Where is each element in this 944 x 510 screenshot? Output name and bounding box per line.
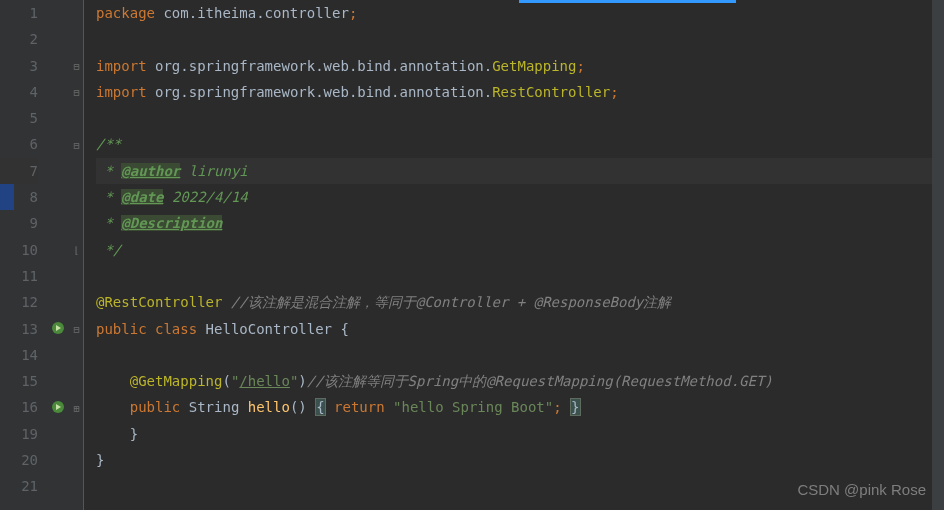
code-line: [96, 342, 932, 368]
code-line: }: [96, 447, 932, 473]
code-line: * @Description: [96, 210, 932, 236]
fold-end-icon[interactable]: ⌊: [71, 245, 82, 256]
watermark-text: CSDN @pink Rose: [797, 481, 926, 498]
line-number[interactable]: 7: [0, 158, 38, 184]
fold-end-icon[interactable]: ⊟: [71, 87, 82, 98]
line-number[interactable]: 16: [0, 394, 38, 420]
line-number[interactable]: 8: [0, 184, 38, 210]
code-line: public class HelloController {: [96, 316, 932, 342]
line-number[interactable]: 1: [0, 0, 38, 26]
vertical-scrollbar[interactable]: [932, 0, 944, 510]
line-number[interactable]: 4: [0, 79, 38, 105]
line-number[interactable]: 9: [0, 210, 38, 236]
line-number[interactable]: 14: [0, 342, 38, 368]
line-number[interactable]: 13: [0, 316, 38, 342]
line-number[interactable]: 19: [0, 421, 38, 447]
code-line: }: [96, 421, 932, 447]
fold-toggle-icon[interactable]: ⊟: [71, 324, 82, 335]
line-number[interactable]: 12: [0, 289, 38, 315]
line-number[interactable]: 6: [0, 131, 38, 157]
fold-gutter: ⊟ ⊟ ⊟ ⌊ ⊟ ⊞: [70, 0, 84, 510]
line-number[interactable]: 3: [0, 53, 38, 79]
line-number[interactable]: 10: [0, 237, 38, 263]
code-line: [96, 263, 932, 289]
code-line: public String hello() { return "hello Sp…: [96, 394, 932, 420]
code-line: package com.itheima.controller;: [96, 0, 932, 26]
line-number-gutter[interactable]: 1 2 3 4 5 6 7 8 9 10 11 12 13 14 15 16 1…: [0, 0, 48, 510]
code-line: * @author lirunyi: [96, 158, 932, 184]
code-line: @RestController //该注解是混合注解，等同于@Controlle…: [96, 289, 932, 315]
code-line: import org.springframework.web.bind.anno…: [96, 53, 932, 79]
line-number[interactable]: 21: [0, 473, 38, 499]
fold-toggle-icon[interactable]: ⊞: [71, 403, 82, 414]
line-number[interactable]: 2: [0, 26, 38, 52]
code-line: [96, 105, 932, 131]
code-content[interactable]: package com.itheima.controller; import o…: [84, 0, 932, 510]
code-line: @GetMapping("/hello")//该注解等同于Spring中的@Re…: [96, 368, 932, 394]
line-number[interactable]: 11: [0, 263, 38, 289]
fold-toggle-icon[interactable]: ⊟: [71, 61, 82, 72]
code-editor[interactable]: 1 2 3 4 5 6 7 8 9 10 11 12 13 14 15 16 1…: [0, 0, 944, 510]
line-number[interactable]: 20: [0, 447, 38, 473]
code-line: * @date 2022/4/14: [96, 184, 932, 210]
line-number[interactable]: 5: [0, 105, 38, 131]
line-number[interactable]: 15: [0, 368, 38, 394]
run-class-icon[interactable]: [50, 320, 66, 336]
run-method-icon[interactable]: [50, 399, 66, 415]
icon-gutter: [48, 0, 70, 510]
code-line: import org.springframework.web.bind.anno…: [96, 79, 932, 105]
code-line: [96, 26, 932, 52]
fold-toggle-icon[interactable]: ⊟: [71, 140, 82, 151]
code-line: */: [96, 237, 932, 263]
code-line: /**: [96, 131, 932, 157]
